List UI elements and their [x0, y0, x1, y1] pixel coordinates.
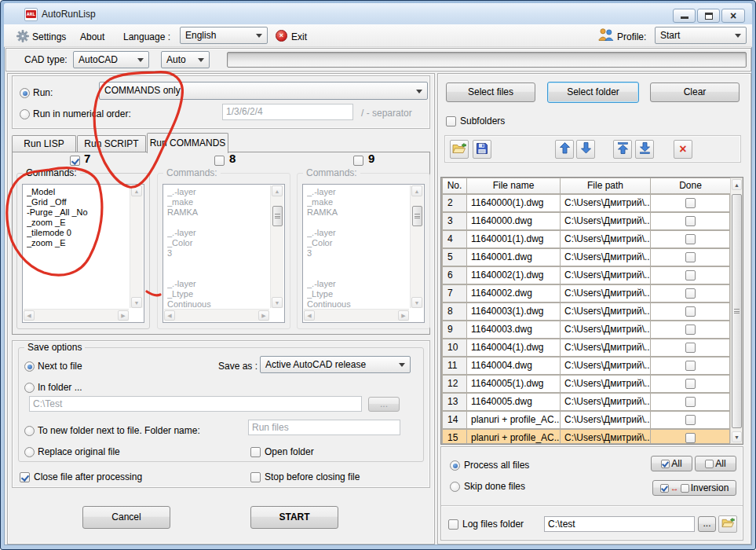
skip-done-radio[interactable]: [450, 482, 460, 492]
save-list-button[interactable]: [473, 140, 491, 159]
done-checkbox[interactable]: [685, 343, 696, 353]
move-down-button[interactable]: [576, 140, 595, 159]
table-row[interactable]: 911640003.dwgC:\Users\Дмитрий\...: [443, 321, 731, 338]
panel7-vscrollbar[interactable]: ▲▼: [130, 185, 143, 308]
scroll-right-icon[interactable]: ▶: [118, 310, 129, 321]
language-select[interactable]: English: [180, 27, 268, 44]
next-to-file-radio[interactable]: [24, 361, 35, 372]
table-row[interactable]: 411640001(1).dwgC:\Users\Дмитрий\...: [443, 231, 731, 248]
panel8-commands-textarea[interactable]: _.-layer _make RAMKA _.-layer _Color 3 _…: [163, 184, 285, 323]
done-checkbox[interactable]: [685, 288, 696, 299]
done-checkbox[interactable]: [685, 433, 696, 443]
new-folder-radio[interactable]: [24, 426, 35, 436]
table-vscrollbar[interactable]: ▲ ▼: [730, 178, 743, 444]
select-files-button[interactable]: Select files: [446, 82, 535, 102]
clear-button[interactable]: Clear: [650, 82, 740, 102]
numerical-order-radio[interactable]: [20, 109, 30, 119]
open-log-folder-button[interactable]: [718, 515, 737, 533]
scroll-left-icon[interactable]: ◀: [304, 310, 315, 321]
panel7-commands-textarea[interactable]: _Model _Grid _Off -Purge _All _No _zoom …: [22, 184, 144, 323]
tab-run-lisp[interactable]: Run LISP: [12, 135, 76, 152]
browse-folder-button[interactable]: ...: [368, 397, 400, 412]
run-radio[interactable]: [20, 88, 30, 98]
close-after-checkbox[interactable]: [20, 472, 30, 482]
menu-settings[interactable]: Settings: [32, 31, 66, 42]
header-file-name[interactable]: File name: [467, 178, 560, 193]
done-checkbox[interactable]: [685, 270, 696, 280]
scroll-up-icon[interactable]: ▲: [131, 185, 142, 196]
cancel-button[interactable]: Cancel: [82, 506, 170, 529]
table-row[interactable]: 1111640004.dwgC:\Users\Дмитрий\...: [443, 358, 731, 374]
done-checkbox[interactable]: [685, 216, 696, 226]
panel9-hscrollbar[interactable]: ◀▶: [304, 309, 409, 321]
save-as-select[interactable]: Active AutoCAD release: [260, 356, 411, 373]
done-checkbox[interactable]: [685, 324, 696, 335]
panel9-vscrollbar[interactable]: ▲▼: [410, 185, 423, 308]
header-no[interactable]: No.: [443, 178, 466, 193]
close-button[interactable]: ×: [721, 9, 745, 23]
move-up-button[interactable]: [555, 140, 574, 159]
header-done[interactable]: Done: [651, 178, 730, 193]
folder-path-input[interactable]: C:\Test: [29, 396, 362, 412]
log-folder-checkbox[interactable]: [448, 519, 458, 530]
header-file-path[interactable]: File path: [561, 178, 650, 193]
menu-about[interactable]: About: [80, 31, 104, 42]
table-scroll-thumb[interactable]: [732, 194, 742, 428]
subfolders-checkbox[interactable]: [446, 116, 456, 126]
done-checkbox[interactable]: [685, 234, 696, 244]
delete-row-button[interactable]: ×: [674, 140, 692, 159]
scroll-left-icon[interactable]: ◀: [24, 310, 35, 321]
scroll-up-icon[interactable]: ▲: [411, 185, 422, 196]
table-row[interactable]: 15planuri + profile_AC...C:\Users\Дмитри…: [443, 430, 731, 443]
scroll-right-icon[interactable]: ▶: [258, 310, 269, 321]
stop-before-checkbox[interactable]: [250, 472, 261, 482]
replace-original-radio[interactable]: [24, 447, 35, 457]
done-checkbox[interactable]: [685, 397, 696, 407]
start-button[interactable]: START: [250, 506, 338, 529]
log-folder-input[interactable]: C:\test: [544, 516, 695, 532]
table-row[interactable]: 1011640004(1).dwgC:\Users\Дмитрий\...: [443, 339, 731, 356]
check-all-button[interactable]: All: [651, 456, 692, 471]
table-row[interactable]: 311640000.dwgC:\Users\Дмитрий\...: [443, 213, 731, 229]
scroll-down-icon[interactable]: ▼: [411, 297, 422, 308]
open-list-button[interactable]: [450, 140, 469, 159]
panel7-hscrollbar[interactable]: ◀▶: [24, 309, 129, 321]
panel7-checkbox[interactable]: [70, 156, 80, 166]
panel9-checkbox[interactable]: [353, 156, 363, 166]
table-row[interactable]: 14planuri + profile_AC...C:\Users\Дмитри…: [443, 412, 731, 428]
done-checkbox[interactable]: [685, 361, 696, 371]
table-row[interactable]: 511640001.dwgC:\Users\Дмитрий\...: [443, 249, 731, 266]
scroll-left-icon[interactable]: ◀: [164, 310, 175, 321]
run-mode-select[interactable]: COMMANDS only: [99, 82, 428, 100]
scroll-up-icon[interactable]: ▲: [272, 185, 283, 196]
done-checkbox[interactable]: [685, 198, 696, 208]
done-checkbox[interactable]: [685, 379, 696, 389]
open-folder-checkbox[interactable]: [250, 447, 261, 457]
tab-run-script[interactable]: Run SCRIPT: [77, 135, 146, 152]
minimize-button[interactable]: [673, 9, 696, 23]
cad-mode-select[interactable]: Auto: [161, 51, 210, 68]
profile-select[interactable]: Start: [655, 27, 747, 44]
select-folder-button[interactable]: Select folder: [547, 82, 639, 103]
scroll-up-icon[interactable]: ▲: [732, 179, 742, 190]
done-checkbox[interactable]: [685, 306, 696, 317]
order-input[interactable]: 1/3/6/2/4: [222, 104, 353, 120]
table-row[interactable]: 811640003(1).dwgC:\Users\Дмитрий\...: [443, 303, 731, 320]
menu-exit[interactable]: Exit: [291, 31, 307, 42]
table-row[interactable]: 211640000(1).dwgC:\Users\Дмитрий\...: [443, 195, 731, 211]
panel9-commands-textarea[interactable]: _.-layer _make RAMKA _.-layer _Color 3 _…: [302, 184, 425, 323]
scroll-down-icon[interactable]: ▼: [272, 297, 283, 308]
process-all-radio[interactable]: [450, 460, 460, 471]
cad-type-select[interactable]: AutoCAD: [73, 51, 149, 68]
tab-run-commands[interactable]: Run COMMANDS: [147, 133, 228, 153]
table-row[interactable]: 611640002(1).dwgC:\Users\Дмитрий\...: [443, 267, 731, 284]
browse-log-button[interactable]: ...: [698, 516, 716, 532]
scroll-thumb[interactable]: [272, 206, 283, 226]
in-folder-radio[interactable]: [24, 383, 35, 393]
done-checkbox[interactable]: [685, 252, 696, 262]
scroll-right-icon[interactable]: ▶: [398, 310, 409, 321]
new-folder-name-input[interactable]: Run files: [248, 420, 400, 435]
table-row[interactable]: 711640002.dwgC:\Users\Дмитрий\...: [443, 285, 731, 302]
table-row[interactable]: 1311640005.dwgC:\Users\Дмитрий\...: [443, 394, 731, 410]
inversion-button[interactable]: ↔Inversion: [652, 480, 736, 496]
